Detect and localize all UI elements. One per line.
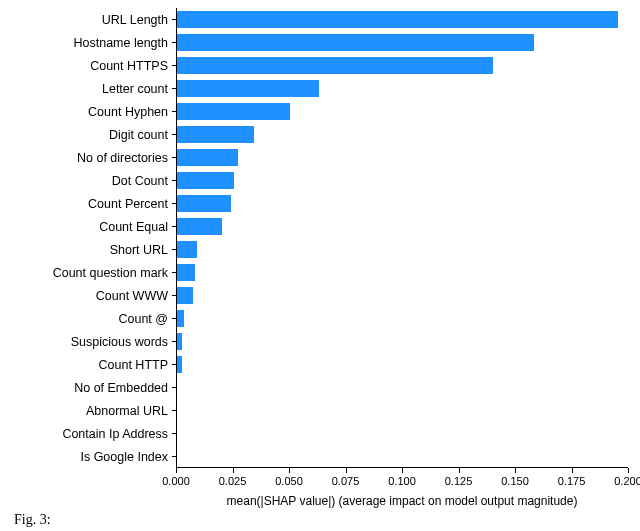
bar	[177, 149, 238, 165]
bar-row	[177, 376, 628, 399]
y-axis-label: Count @	[0, 311, 168, 327]
bar-row	[177, 8, 628, 31]
x-tick	[572, 468, 573, 473]
bar-row	[177, 169, 628, 192]
x-axis-tick-label: 0.175	[558, 475, 586, 487]
y-axis-label: URL Length	[0, 12, 168, 28]
x-axis-tick-label: 0.050	[275, 475, 303, 487]
y-axis-label: Is Google Index	[0, 449, 168, 465]
bar-row	[177, 146, 628, 169]
y-axis-label: Count Percent	[0, 196, 168, 212]
y-axis-label: Dot Count	[0, 173, 168, 189]
bar	[177, 241, 197, 257]
y-axis-label: Abnormal URL	[0, 403, 168, 419]
y-axis-label: Count Hyphen	[0, 104, 168, 120]
bar	[177, 287, 193, 303]
x-axis-tick-label: 0.000	[162, 475, 190, 487]
y-axis-label: Hostname length	[0, 35, 168, 51]
x-tick	[402, 468, 403, 473]
bar-row	[177, 284, 628, 307]
y-axis-label: No of directories	[0, 150, 168, 166]
bar-row	[177, 100, 628, 123]
bar-row	[177, 330, 628, 353]
y-axis-label: Suspicious words	[0, 334, 168, 350]
bar	[177, 126, 254, 142]
caption-prefix: Fig. 3:	[14, 512, 51, 527]
bar	[177, 172, 234, 188]
y-axis-label: Count WWW	[0, 288, 168, 304]
bar	[177, 218, 222, 234]
bar-row	[177, 399, 628, 422]
bar	[177, 264, 195, 280]
y-axis-label: Count Equal	[0, 219, 168, 235]
bar-row	[177, 422, 628, 445]
bar-row	[177, 445, 628, 468]
y-axis-label: Count HTTPS	[0, 58, 168, 74]
bar-row	[177, 238, 628, 261]
y-axis-label: Count HTTP	[0, 357, 168, 373]
x-tick	[346, 468, 347, 473]
bar-row	[177, 77, 628, 100]
figure-caption: Fig. 3:	[14, 512, 51, 528]
x-axis-tick-label: 0.025	[219, 475, 247, 487]
x-axis-title: mean(|SHAP value|) (average impact on mo…	[176, 494, 628, 508]
x-tick	[459, 468, 460, 473]
x-axis-tick-label: 0.200	[614, 475, 640, 487]
bar-row	[177, 54, 628, 77]
y-axis-label: Digit count	[0, 127, 168, 143]
bar-row	[177, 192, 628, 215]
x-axis-tick-label: 0.125	[445, 475, 473, 487]
y-axis-label: Contain Ip Address	[0, 426, 168, 442]
bar	[177, 356, 182, 372]
x-tick	[233, 468, 234, 473]
x-axis-tick-label: 0.100	[388, 475, 416, 487]
bar-row	[177, 353, 628, 376]
bar-row	[177, 123, 628, 146]
x-tick	[176, 468, 177, 473]
plot-area	[176, 8, 628, 468]
bar-row	[177, 215, 628, 238]
bar-row	[177, 261, 628, 284]
bar	[177, 195, 231, 211]
y-axis-label: No of Embedded	[0, 380, 168, 396]
y-axis-label: Short URL	[0, 242, 168, 258]
bar-row	[177, 31, 628, 54]
bar	[177, 333, 182, 349]
x-tick	[289, 468, 290, 473]
bar	[177, 310, 184, 326]
bar	[177, 11, 618, 27]
x-axis-tick-label: 0.075	[332, 475, 360, 487]
x-tick	[628, 468, 629, 473]
x-axis-tick-label: 0.150	[501, 475, 529, 487]
bar	[177, 103, 290, 119]
bar	[177, 80, 319, 96]
bar	[177, 57, 493, 73]
bar-row	[177, 307, 628, 330]
shap-feature-importance-chart: 0.0000.0250.0500.0750.1000.1250.1500.175…	[0, 8, 640, 498]
y-axis-label: Letter count	[0, 81, 168, 97]
x-tick	[515, 468, 516, 473]
y-axis-label: Count question mark	[0, 265, 168, 281]
bar	[177, 34, 534, 50]
